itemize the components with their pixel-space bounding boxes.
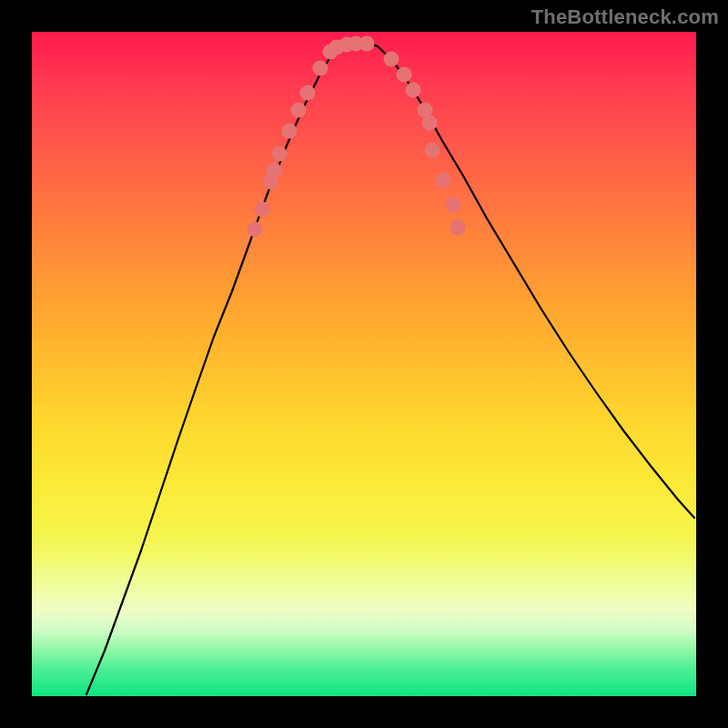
data-point — [313, 61, 329, 76]
data-point — [425, 143, 440, 158]
data-point — [267, 163, 282, 178]
data-point — [282, 124, 298, 139]
plot-area — [32, 32, 696, 696]
data-point — [422, 116, 438, 131]
data-point — [300, 86, 316, 101]
data-point — [436, 173, 451, 188]
data-point — [255, 202, 270, 217]
data-point — [450, 220, 466, 236]
data-point — [406, 83, 421, 98]
chart-frame: TheBottleneck.com — [0, 0, 728, 728]
data-point — [248, 222, 263, 238]
data-point — [397, 67, 412, 83]
data-point — [272, 147, 288, 162]
bottleneck-curve — [86, 43, 694, 694]
data-point — [384, 52, 399, 67]
dots-group — [248, 36, 466, 238]
plot-svg — [32, 32, 696, 696]
data-point — [446, 197, 461, 213]
data-point — [359, 36, 375, 52]
data-point — [291, 103, 307, 118]
watermark-text: TheBottleneck.com — [531, 5, 719, 29]
